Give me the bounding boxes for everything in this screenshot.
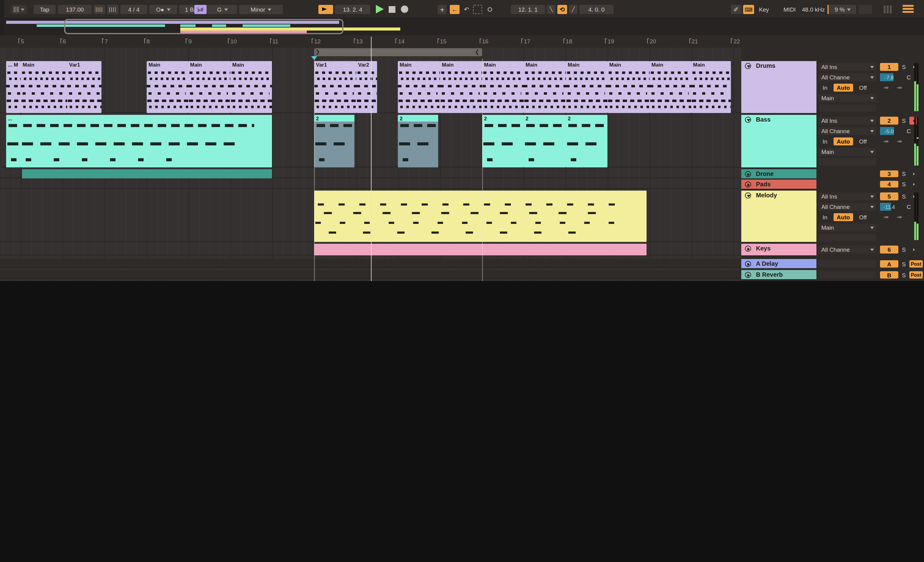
volume-box[interactable]: -11.4	[880, 203, 898, 211]
send-a-box[interactable]: -∞	[880, 84, 892, 91]
follow-button[interactable]	[318, 5, 333, 14]
arm-button[interactable]: ◑	[909, 63, 917, 71]
loop-button[interactable]: ⟲	[557, 5, 567, 14]
track-delay-box[interactable]	[818, 158, 876, 166]
clip-bass[interactable]: 2	[524, 115, 566, 167]
clip-bass[interactable]: 2	[314, 115, 354, 167]
send-b-box[interactable]: -∞	[894, 138, 905, 145]
capture-midi-button[interactable]	[473, 5, 482, 14]
track-header-bass[interactable]: Bass	[741, 115, 816, 167]
loop-start-display[interactable]: 12. 1. 1	[511, 5, 545, 14]
clip-bass[interactable]	[21, 115, 272, 167]
post-button[interactable]: Post	[909, 271, 923, 279]
track-header-b-reverb[interactable]: B Reverb	[741, 270, 816, 279]
solo-button[interactable]: S	[900, 181, 908, 187]
fold-icon[interactable]	[745, 171, 751, 177]
arm-button[interactable]: ◑	[909, 171, 917, 177]
unfold-icon[interactable]	[745, 63, 751, 69]
send-b-box[interactable]: -∞	[894, 84, 905, 91]
loop-length-display[interactable]: 4. 0. 0	[579, 5, 614, 14]
clip-drums[interactable]: ... M	[6, 61, 21, 113]
clip-bass[interactable]: 2	[482, 115, 524, 167]
output-routing-menu[interactable]: Main	[818, 223, 876, 232]
track-number-arm[interactable]: 2	[880, 117, 898, 124]
capture-button[interactable]: O	[485, 5, 494, 14]
input-channel-menu[interactable]: All Channe	[818, 203, 876, 211]
track-header-pads[interactable]: Pads	[741, 180, 816, 189]
track-lane-pads[interactable]	[0, 180, 741, 189]
track-number-arm[interactable]: 1	[880, 63, 898, 71]
clip-drums[interactable]: Main	[21, 61, 67, 113]
track-delay-box[interactable]	[818, 105, 876, 112]
monitor-in-button[interactable]: In	[818, 138, 832, 145]
input-routing-menu[interactable]: All Ins	[818, 117, 876, 124]
clip-drums[interactable]: Var1	[67, 61, 102, 113]
monitor-auto-button[interactable]: Auto	[834, 213, 853, 221]
clip-drums[interactable]: Var1	[314, 61, 356, 113]
solo-button[interactable]: S	[900, 63, 908, 71]
tap-tempo-button[interactable]: Tap	[34, 5, 56, 14]
input-channel-menu[interactable]: All Channe	[818, 246, 876, 253]
arm-button[interactable]: ◑	[909, 181, 917, 187]
clip-drums[interactable]: Main	[188, 61, 230, 113]
play-button[interactable]	[376, 5, 384, 13]
track-header-melody[interactable]: Melody	[741, 190, 816, 242]
time-signature-display[interactable]: 4 / 4	[120, 5, 147, 14]
solo-button[interactable]: S	[900, 192, 908, 200]
input-routing-menu[interactable]: All Ins	[818, 63, 876, 71]
clip-drums[interactable]: Main	[608, 61, 650, 113]
clip-drums[interactable]: Main	[691, 61, 731, 113]
clip-drone[interactable]	[22, 169, 272, 178]
solo-button[interactable]: S	[900, 171, 908, 177]
unfold-icon[interactable]	[745, 117, 751, 123]
monitor-in-button[interactable]: In	[818, 213, 832, 221]
track-header-drone[interactable]: Drone	[741, 169, 816, 178]
track-header-a-delay[interactable]: A Delay	[741, 259, 816, 268]
overdub-button[interactable]: +	[438, 5, 447, 14]
arm-button[interactable]: ◑	[909, 117, 917, 124]
fold-icon[interactable]	[745, 246, 751, 252]
monitor-off-button[interactable]: Off	[855, 138, 871, 145]
track-number-arm[interactable]: 3	[880, 171, 898, 177]
monitor-in-button[interactable]: In	[818, 84, 832, 91]
fold-icon[interactable]	[745, 181, 751, 187]
clip-drums[interactable]: Main	[482, 61, 524, 113]
input-routing-menu[interactable]: All Ins	[818, 192, 876, 200]
options-icon[interactable]	[11, 5, 27, 14]
monitor-auto-button[interactable]: Auto	[834, 138, 853, 145]
scale-icon[interactable]: ♭#	[194, 5, 207, 14]
input-channel-menu[interactable]: All Channe	[818, 73, 876, 81]
track-number-arm[interactable]: 6	[880, 246, 898, 253]
clip-bass[interactable]: 2	[566, 115, 608, 167]
nudge-down-button[interactable]: ||||	[93, 5, 105, 14]
return-lane-adelay[interactable]	[0, 259, 741, 268]
send-a-box[interactable]: -∞	[880, 213, 892, 221]
back-to-arrangement-button[interactable]: ←	[450, 5, 459, 14]
overview-zoom-selector[interactable]	[64, 19, 344, 34]
clip-drums[interactable]: Main	[566, 61, 608, 113]
fold-icon[interactable]	[745, 261, 751, 267]
nudge-up-button[interactable]: ||||	[107, 5, 118, 14]
clip-keys[interactable]	[314, 244, 646, 255]
reenable-automation-button[interactable]: ↶	[462, 5, 471, 14]
solo-button[interactable]: S	[900, 260, 908, 268]
track-delay-box[interactable]	[818, 234, 876, 241]
return-lane-breverb[interactable]	[0, 270, 741, 279]
clip-drums[interactable]: Main	[440, 61, 482, 113]
key-root-menu[interactable]: G	[208, 5, 237, 14]
punch-out-button[interactable]: ╱	[569, 5, 578, 14]
monitor-off-button[interactable]: Off	[855, 213, 871, 221]
arrangement-position-display[interactable]: 13. 2. 4	[335, 5, 370, 14]
send-a-box[interactable]: -∞	[880, 138, 892, 145]
cpu-meter[interactable]: 9 %	[829, 5, 856, 14]
solo-button[interactable]: S	[900, 246, 908, 253]
volume-box[interactable]: -7.8	[880, 73, 898, 81]
post-button[interactable]: Post	[909, 260, 923, 268]
punch-in-button[interactable]: ╲	[547, 5, 555, 14]
track-number-arm[interactable]: 5	[880, 192, 898, 200]
volume-box[interactable]: -5.0	[880, 127, 898, 135]
track-header-keys[interactable]: Keys	[741, 244, 816, 255]
scale-menu[interactable]: Minor	[239, 5, 283, 14]
menu-icon[interactable]	[903, 5, 914, 14]
input-channel-menu[interactable]: All Channe	[818, 127, 876, 135]
